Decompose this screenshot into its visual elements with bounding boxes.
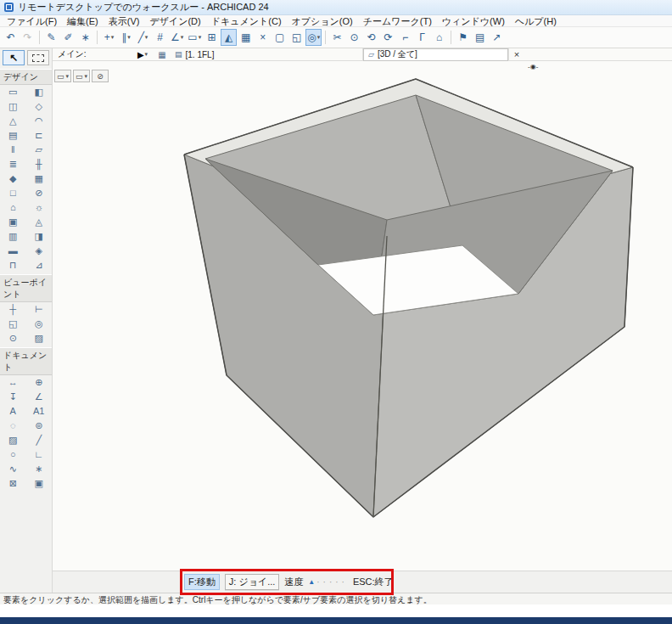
tool-stair[interactable]: ≣ xyxy=(0,157,26,171)
tool-wall[interactable]: ▭ xyxy=(0,85,26,99)
split-button[interactable]: ✂ xyxy=(329,29,345,46)
tool-elevation[interactable]: ⊢ xyxy=(26,302,53,317)
menu-item-7[interactable]: チームワーク(T) xyxy=(358,15,437,27)
tab-3d-view[interactable]: ▱ [3D / 全て] xyxy=(363,48,509,61)
tool-column[interactable]: ‖ xyxy=(0,143,26,157)
tool-angle-dimension[interactable]: ∠ xyxy=(26,390,53,404)
tool-label[interactable]: A1 xyxy=(26,404,53,419)
selection-frame-button[interactable]: ▢ xyxy=(272,29,288,46)
menu-item-9[interactable]: ヘルプ(H) xyxy=(510,15,562,27)
tool-end-wall[interactable]: ▬ xyxy=(0,244,26,258)
tool-mesh[interactable]: ▦ xyxy=(26,171,53,186)
no-selection-button[interactable]: ⊘ xyxy=(92,70,109,82)
fit-in-window-button[interactable]: ⟲ xyxy=(363,29,379,46)
favorite-preset-1-button[interactable]: ▭▾ xyxy=(54,70,71,82)
tool-spline[interactable]: ∿ xyxy=(0,462,26,476)
walkthrough-mode-button[interactable]: ◭ xyxy=(221,29,237,46)
3d-visualization-button[interactable]: ◎▾ xyxy=(305,29,322,46)
guide-lines-button[interactable]: ╱▾ xyxy=(135,29,151,46)
tool-curtain-wall[interactable]: ▤ xyxy=(0,128,26,143)
layout-book-button[interactable]: ▤ xyxy=(472,29,488,46)
tool-corner-window[interactable]: ◨ xyxy=(26,229,53,244)
tool-railing[interactable]: ╫ xyxy=(26,157,53,171)
flag-marker-button[interactable]: ⚑ xyxy=(455,29,471,46)
inject-parameters-button[interactable]: ✐ xyxy=(60,29,76,46)
menu-item-3[interactable]: 表示(V) xyxy=(104,15,145,27)
tool-freeform[interactable]: ◈ xyxy=(26,244,53,258)
zoom-button[interactable]: ⊙ xyxy=(346,29,362,46)
tool-patch[interactable]: ⊚ xyxy=(26,419,53,433)
tool-lamp[interactable]: ☼ xyxy=(26,200,53,215)
tool-worksheet[interactable]: ▨ xyxy=(26,331,53,346)
tool-window[interactable]: ◫ xyxy=(0,99,26,114)
home-story-button[interactable]: ⌂ xyxy=(431,29,447,46)
tool-detail[interactable]: ⊙ xyxy=(0,331,26,346)
tool-hotspot[interactable]: ◌ xyxy=(0,419,26,433)
publish-button[interactable]: ↗ xyxy=(489,29,505,46)
tool-skylight[interactable]: ◇ xyxy=(26,99,53,114)
tool-roof[interactable]: △ xyxy=(0,114,26,128)
perspective-button[interactable]: ◱ xyxy=(288,29,305,46)
tool-truss[interactable]: ◬ xyxy=(26,215,53,229)
tool-equipment[interactable]: ▣ xyxy=(0,215,26,229)
rectangle-method-button[interactable]: ▭▾ xyxy=(186,29,203,46)
favorite-preset-2-button[interactable]: ▭▾ xyxy=(73,70,90,82)
menu-item-8[interactable]: ウィンドウ(W) xyxy=(437,15,510,27)
tool-slab[interactable]: ▱ xyxy=(26,143,53,157)
tool-fill[interactable]: ▨ xyxy=(0,433,26,447)
quad-view-button[interactable]: ▦ xyxy=(154,48,170,61)
orbit-button[interactable]: ⟳ xyxy=(380,29,396,46)
tool-figure[interactable]: ⊠ xyxy=(0,476,26,491)
layout-grid-button[interactable]: ▦ xyxy=(238,29,254,46)
tool-drawing[interactable]: ▣ xyxy=(26,476,53,491)
tool-ramp[interactable]: ⊿ xyxy=(26,258,53,273)
cancel-button[interactable]: × xyxy=(255,29,271,46)
tool-circle[interactable]: ○ xyxy=(0,447,26,462)
tool-level-dimension[interactable]: ↧ xyxy=(0,390,26,404)
tool-beam[interactable]: ⊏ xyxy=(26,128,53,143)
arrow-select-tool[interactable]: ↖ xyxy=(3,50,25,65)
magic-wand-button[interactable]: ∗ xyxy=(77,29,93,46)
undo-button[interactable]: ↶ xyxy=(3,29,19,46)
tool-point-cloud[interactable]: ∗ xyxy=(26,462,53,476)
tool-opening[interactable]: ⊘ xyxy=(26,186,53,200)
suspend-groups-button[interactable]: ⊞ xyxy=(204,29,220,46)
tool-morph[interactable]: ◆ xyxy=(0,171,26,186)
menu-item-2[interactable]: 編集(E) xyxy=(62,15,104,27)
speed-slider[interactable]: ▲ ····· xyxy=(308,577,348,587)
tool-curtain-panel[interactable]: ▥ xyxy=(0,229,26,244)
arrow-tool-quick-button[interactable]: ▶ ▾ xyxy=(131,48,154,61)
close-tab-button[interactable]: × xyxy=(509,48,524,61)
snap-grid-button[interactable]: # xyxy=(152,29,168,46)
pick-up-parameters-button[interactable]: ✎ xyxy=(43,29,59,46)
tool-text[interactable]: A xyxy=(0,404,26,419)
hud-move-key[interactable]: F:移動 xyxy=(184,574,220,590)
menu-item-4[interactable]: デザイン(D) xyxy=(144,15,205,27)
tool-interior-elevation[interactable]: ◱ xyxy=(0,317,26,331)
menu-item-5[interactable]: ドキュメント(C) xyxy=(206,15,287,27)
corner-tool-button[interactable]: ⌐ xyxy=(397,29,413,46)
tool-door[interactable]: ◧ xyxy=(26,85,53,99)
tool-shell[interactable]: ◠ xyxy=(26,114,53,128)
tool-section[interactable]: ┼ xyxy=(0,302,26,317)
hud-speed-label: 速度 xyxy=(284,575,303,589)
viewport-3d[interactable]: ▭▾▭▾⊘ -◉- xyxy=(53,61,672,571)
marquee-tool[interactable] xyxy=(27,50,49,65)
menu-item-1[interactable]: ファイル(F) xyxy=(2,15,62,27)
tab-floor-plan[interactable]: ▤ [1. 1FL] xyxy=(170,48,363,61)
tool-radial-dimension[interactable]: ⊕ xyxy=(26,375,53,390)
redo-button[interactable]: ↷ xyxy=(20,29,36,46)
tool-camera[interactable]: ◎ xyxy=(26,317,53,331)
offset-button[interactable]: ∥▾ xyxy=(118,29,134,46)
tool-line[interactable]: ╱ xyxy=(26,433,53,447)
hud-joystick-key[interactable]: J: ジョイ... xyxy=(225,574,280,590)
tool-linear-dimension[interactable]: ↔ xyxy=(0,375,26,390)
intersect-button[interactable]: Γ xyxy=(414,29,430,46)
tool-profile[interactable]: ⊓ xyxy=(0,258,26,273)
move-options-button[interactable]: +▾ xyxy=(101,29,117,46)
menu-item-6[interactable]: オプション(O) xyxy=(287,15,358,27)
tool-object[interactable]: ⌂ xyxy=(0,200,26,215)
tool-polyline[interactable]: ∟ xyxy=(26,447,53,462)
tool-zone[interactable]: □ xyxy=(0,186,26,200)
snap-guides-button[interactable]: ∠▾ xyxy=(169,29,185,46)
